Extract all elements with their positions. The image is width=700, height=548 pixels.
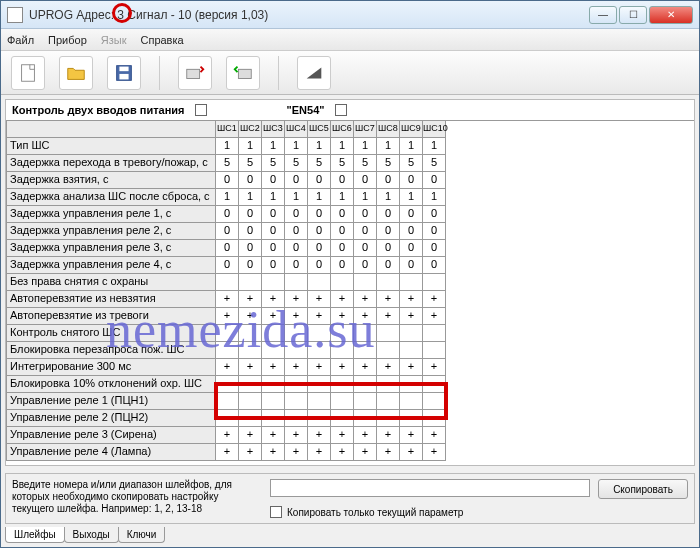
param-value-cell[interactable]: 0 <box>308 172 331 189</box>
param-value-cell[interactable]: + <box>354 291 377 308</box>
param-value-cell[interactable] <box>308 393 331 410</box>
param-value-cell[interactable] <box>239 325 262 342</box>
param-value-cell[interactable]: 0 <box>331 240 354 257</box>
param-value-cell[interactable] <box>239 342 262 359</box>
param-value-cell[interactable] <box>354 342 377 359</box>
param-value-cell[interactable]: 5 <box>239 155 262 172</box>
param-value-cell[interactable]: + <box>308 291 331 308</box>
param-value-cell[interactable] <box>331 410 354 427</box>
param-value-cell[interactable]: + <box>216 308 239 325</box>
param-value-cell[interactable]: 0 <box>239 257 262 274</box>
param-value-cell[interactable]: + <box>400 291 423 308</box>
param-value-cell[interactable]: + <box>331 291 354 308</box>
copy-button[interactable]: Скопировать <box>598 479 688 499</box>
param-value-cell[interactable]: + <box>308 427 331 444</box>
param-value-cell[interactable]: 1 <box>216 138 239 155</box>
param-value-cell[interactable]: + <box>216 291 239 308</box>
param-value-cell[interactable]: 0 <box>262 206 285 223</box>
param-value-cell[interactable]: 0 <box>285 257 308 274</box>
param-value-cell[interactable]: 1 <box>285 189 308 206</box>
param-value-cell[interactable]: 0 <box>377 257 400 274</box>
param-value-cell[interactable]: - <box>262 376 285 393</box>
param-value-cell[interactable]: 1 <box>216 189 239 206</box>
param-value-cell[interactable]: + <box>285 308 308 325</box>
param-value-cell[interactable]: - <box>216 376 239 393</box>
param-value-cell[interactable]: + <box>423 444 446 461</box>
param-value-cell[interactable] <box>423 393 446 410</box>
param-value-cell[interactable] <box>262 393 285 410</box>
param-value-cell[interactable]: 5 <box>262 155 285 172</box>
param-value-cell[interactable] <box>308 410 331 427</box>
param-value-cell[interactable] <box>423 342 446 359</box>
menu-device[interactable]: Прибор <box>48 34 87 46</box>
param-value-cell[interactable]: 0 <box>216 240 239 257</box>
param-value-cell[interactable]: 1 <box>239 138 262 155</box>
param-value-cell[interactable]: + <box>262 444 285 461</box>
param-value-cell[interactable]: + <box>216 359 239 376</box>
param-value-cell[interactable]: 0 <box>400 257 423 274</box>
param-value-cell[interactable]: 0 <box>216 206 239 223</box>
param-value-cell[interactable] <box>262 342 285 359</box>
param-value-cell[interactable] <box>216 325 239 342</box>
param-value-cell[interactable]: - <box>400 376 423 393</box>
param-value-cell[interactable]: 0 <box>285 206 308 223</box>
param-value-cell[interactable]: 0 <box>423 206 446 223</box>
param-value-cell[interactable]: + <box>354 427 377 444</box>
param-value-cell[interactable]: 0 <box>423 172 446 189</box>
param-value-cell[interactable]: - <box>423 376 446 393</box>
param-value-cell[interactable] <box>331 342 354 359</box>
param-value-cell[interactable] <box>262 325 285 342</box>
param-value-cell[interactable] <box>400 342 423 359</box>
param-value-cell[interactable] <box>423 274 446 291</box>
param-value-cell[interactable]: 0 <box>239 240 262 257</box>
param-value-cell[interactable]: + <box>377 291 400 308</box>
param-value-cell[interactable] <box>239 393 262 410</box>
param-value-cell[interactable]: + <box>377 427 400 444</box>
param-value-cell[interactable]: 0 <box>400 223 423 240</box>
param-value-cell[interactable]: 0 <box>308 257 331 274</box>
param-value-cell[interactable]: + <box>400 444 423 461</box>
param-value-cell[interactable]: 1 <box>331 138 354 155</box>
param-value-cell[interactable]: 0 <box>377 172 400 189</box>
param-value-cell[interactable]: + <box>239 291 262 308</box>
param-value-cell[interactable] <box>354 325 377 342</box>
write-device-button[interactable] <box>226 56 260 90</box>
param-value-cell[interactable] <box>262 274 285 291</box>
param-value-cell[interactable]: + <box>262 427 285 444</box>
param-value-cell[interactable] <box>331 393 354 410</box>
param-value-cell[interactable]: + <box>377 444 400 461</box>
param-value-cell[interactable] <box>377 274 400 291</box>
control-checkbox[interactable] <box>195 104 207 116</box>
param-value-cell[interactable] <box>285 325 308 342</box>
param-value-cell[interactable]: + <box>331 359 354 376</box>
new-file-button[interactable] <box>11 56 45 90</box>
param-value-cell[interactable]: + <box>354 444 377 461</box>
param-value-cell[interactable] <box>377 410 400 427</box>
device-action-button[interactable] <box>297 56 331 90</box>
param-value-cell[interactable] <box>308 325 331 342</box>
param-value-cell[interactable] <box>400 325 423 342</box>
param-value-cell[interactable]: 0 <box>423 240 446 257</box>
param-value-cell[interactable]: 1 <box>423 138 446 155</box>
read-device-button[interactable] <box>178 56 212 90</box>
param-value-cell[interactable]: + <box>308 308 331 325</box>
param-value-cell[interactable] <box>354 274 377 291</box>
open-file-button[interactable] <box>59 56 93 90</box>
tab-loops[interactable]: Шлейфы <box>5 527 65 543</box>
param-value-cell[interactable]: 0 <box>308 223 331 240</box>
param-value-cell[interactable]: 0 <box>331 223 354 240</box>
param-value-cell[interactable]: + <box>400 427 423 444</box>
param-value-cell[interactable]: + <box>377 308 400 325</box>
param-value-cell[interactable]: - <box>377 376 400 393</box>
param-value-cell[interactable]: + <box>216 444 239 461</box>
param-value-cell[interactable]: 0 <box>423 223 446 240</box>
param-value-cell[interactable]: 0 <box>354 172 377 189</box>
param-value-cell[interactable] <box>285 274 308 291</box>
param-value-cell[interactable]: - <box>331 376 354 393</box>
param-value-cell[interactable]: 0 <box>308 206 331 223</box>
param-value-cell[interactable] <box>239 410 262 427</box>
param-value-cell[interactable]: 0 <box>377 223 400 240</box>
tab-keys[interactable]: Ключи <box>118 527 166 543</box>
param-value-cell[interactable]: + <box>331 444 354 461</box>
param-value-cell[interactable] <box>285 342 308 359</box>
